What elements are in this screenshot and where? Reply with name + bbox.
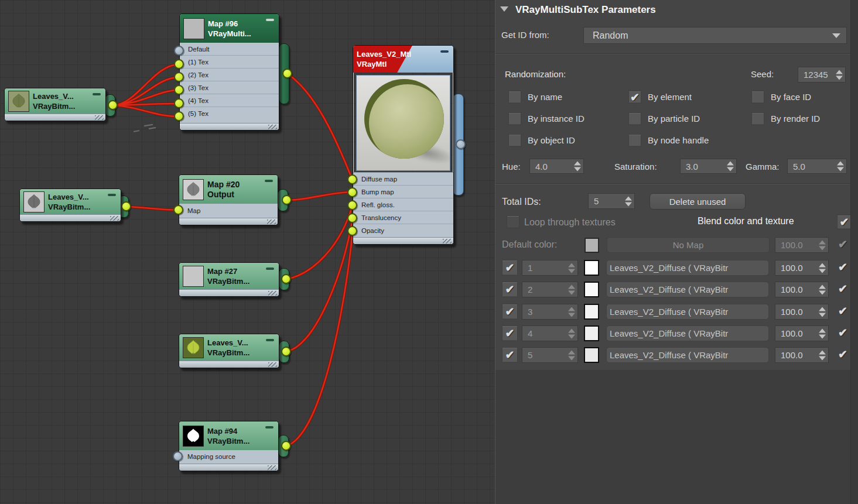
total-ids-field[interactable]: 5 bbox=[588, 193, 635, 209]
row-color-swatch[interactable] bbox=[584, 304, 599, 320]
row-map-button[interactable]: Leaves_V2_Diffuse ( VRayBitr bbox=[606, 282, 769, 297]
checkbox-loop-through-textures[interactable] bbox=[507, 215, 519, 228]
row-id-spinner[interactable] bbox=[568, 307, 575, 317]
row-amount-spinner[interactable] bbox=[819, 307, 826, 317]
checkbox-by-particle-id[interactable] bbox=[628, 112, 641, 125]
hue-spinner[interactable] bbox=[574, 162, 581, 172]
row-use-check[interactable]: ✔ bbox=[838, 327, 847, 338]
row-amount-field[interactable]: 100.0 bbox=[775, 260, 829, 276]
collapse-icon[interactable] bbox=[266, 268, 274, 270]
gamma-spinner[interactable] bbox=[837, 162, 844, 172]
seed-field[interactable]: 12345 bbox=[798, 67, 846, 83]
material-output-socket[interactable] bbox=[456, 139, 466, 149]
total-ids-spinner[interactable] bbox=[625, 196, 632, 206]
input-socket-opacity[interactable] bbox=[347, 226, 357, 236]
row-color-swatch[interactable] bbox=[584, 282, 599, 297]
input-socket-mapping-source[interactable] bbox=[173, 451, 183, 461]
collapse-icon[interactable] bbox=[266, 339, 274, 341]
get-id-from-dropdown[interactable]: Random bbox=[583, 27, 847, 44]
resize-grip[interactable] bbox=[268, 362, 277, 367]
output-socket[interactable] bbox=[281, 347, 291, 356]
slot-tex3[interactable]: (3) Tex bbox=[180, 81, 279, 94]
collapse-icon[interactable] bbox=[266, 19, 274, 21]
row-color-swatch[interactable] bbox=[584, 325, 599, 341]
row-id-field[interactable]: 5 bbox=[522, 347, 578, 363]
input-socket-default[interactable] bbox=[174, 46, 184, 56]
input-socket-diffuse[interactable] bbox=[347, 174, 357, 184]
checkbox-by-object-id[interactable] bbox=[508, 134, 521, 147]
checkbox-blend-color-and-texture[interactable]: ✔ bbox=[837, 215, 852, 229]
checkbox-by-render-id[interactable] bbox=[751, 112, 764, 125]
default-use-check[interactable]: ✔ bbox=[838, 239, 847, 250]
slot-translucency[interactable]: Translucency bbox=[353, 211, 453, 224]
collapse-icon[interactable] bbox=[265, 180, 273, 182]
default-color-swatch[interactable] bbox=[584, 238, 599, 253]
slot-tex5[interactable]: (5) Tex bbox=[180, 107, 279, 123]
row-id-field[interactable]: 4 bbox=[522, 325, 578, 341]
row-enable-checkbox[interactable]: ✔ bbox=[502, 347, 518, 363]
input-socket-tex1[interactable] bbox=[174, 59, 184, 69]
input-socket-tex4[interactable] bbox=[174, 98, 184, 108]
row-map-button[interactable]: Leaves_V2_Diffuse ( VRayBitr bbox=[606, 325, 769, 341]
row-use-check[interactable]: ✔ bbox=[838, 306, 847, 317]
row-enable-checkbox[interactable]: ✔ bbox=[502, 282, 518, 297]
collapse-icon[interactable] bbox=[265, 426, 274, 428]
slot-bump-map[interactable]: Bump map bbox=[353, 186, 453, 198]
node-leaves-a[interactable]: Leaves_V... VRayBitm... bbox=[4, 88, 106, 121]
default-map-button[interactable]: No Map bbox=[607, 237, 770, 253]
node-view[interactable]: Map #96 VRayMulti... Default (1) Tex (2)… bbox=[0, 0, 497, 504]
slot-map[interactable]: Map bbox=[179, 204, 278, 218]
row-color-swatch[interactable] bbox=[584, 260, 599, 276]
resize-grip[interactable] bbox=[267, 220, 276, 224]
row-map-button[interactable]: Leaves_V2_Diffuse ( VRayBitr bbox=[606, 260, 769, 276]
resize-grip[interactable] bbox=[110, 216, 119, 221]
row-amount-field[interactable]: 100.0 bbox=[775, 304, 829, 320]
row-use-check[interactable]: ✔ bbox=[838, 283, 847, 294]
seed-spinner[interactable] bbox=[836, 70, 843, 80]
row-use-check[interactable]: ✔ bbox=[838, 349, 847, 360]
node-map96[interactable]: Map #96 VRayMulti... Default (1) Tex (2)… bbox=[179, 13, 279, 131]
collapse-icon[interactable] bbox=[440, 50, 449, 53]
row-map-button[interactable]: Leaves_V2_Diffuse ( VRayBitr bbox=[606, 347, 769, 363]
gamma-field[interactable]: 5.0 bbox=[787, 159, 847, 174]
row-id-spinner[interactable] bbox=[568, 284, 575, 294]
output-socket[interactable] bbox=[282, 68, 292, 78]
row-amount-field[interactable]: 100.0 bbox=[775, 282, 829, 297]
resize-grip[interactable] bbox=[443, 239, 452, 244]
resize-grip[interactable] bbox=[268, 291, 277, 296]
input-socket-map[interactable] bbox=[173, 205, 183, 215]
row-amount-field[interactable]: 100.0 bbox=[775, 347, 829, 363]
row-enable-checkbox[interactable]: ✔ bbox=[502, 325, 518, 341]
row-amount-spinner[interactable] bbox=[819, 263, 826, 273]
checkbox-by-face-id[interactable] bbox=[751, 91, 764, 104]
row-id-spinner[interactable] bbox=[568, 350, 575, 360]
resize-grip[interactable] bbox=[268, 125, 277, 129]
row-amount-spinner[interactable] bbox=[819, 328, 826, 338]
row-map-button[interactable]: Leaves_V2_Diffuse ( VRayBitr bbox=[606, 304, 769, 320]
resize-grip[interactable] bbox=[268, 465, 276, 470]
slot-opacity[interactable]: Opacity bbox=[353, 224, 453, 237]
checkbox-by-instance-id[interactable] bbox=[508, 112, 521, 125]
row-amount-field[interactable]: 100.0 bbox=[775, 325, 829, 341]
checkbox-by-element[interactable]: ✔ bbox=[628, 91, 641, 104]
output-socket[interactable] bbox=[121, 201, 131, 211]
output-socket[interactable] bbox=[281, 274, 291, 284]
node-leaves-b[interactable]: Leaves_V... VRayBitm... bbox=[19, 188, 121, 222]
row-id-field[interactable]: 3 bbox=[522, 304, 578, 320]
slot-refl-gloss[interactable]: Refl. gloss. bbox=[353, 198, 453, 211]
input-socket-refl-gloss[interactable] bbox=[347, 200, 357, 210]
default-amount-field[interactable]: 100.0 bbox=[775, 237, 829, 253]
output-socket[interactable] bbox=[281, 441, 291, 451]
rollout-collapse-icon[interactable] bbox=[500, 6, 508, 12]
slot-tex4[interactable]: (4) Tex bbox=[180, 94, 279, 107]
row-id-field[interactable]: 2 bbox=[522, 282, 578, 297]
input-socket-tex5[interactable] bbox=[174, 111, 184, 121]
rollout-title[interactable]: VRayMultiSubTex Parameters bbox=[515, 4, 656, 16]
input-socket-tex2[interactable] bbox=[174, 72, 184, 82]
node-vraymtl[interactable]: Leaves_V2_Mtl VRayMtl Diffuse map Bump m… bbox=[353, 45, 454, 245]
slot-default[interactable]: Default bbox=[180, 43, 279, 56]
input-socket-translucency[interactable] bbox=[347, 213, 357, 223]
slot-diffuse-map[interactable]: Diffuse map bbox=[353, 173, 453, 186]
saturation-spinner[interactable] bbox=[727, 162, 734, 172]
row-id-spinner[interactable] bbox=[568, 328, 575, 338]
